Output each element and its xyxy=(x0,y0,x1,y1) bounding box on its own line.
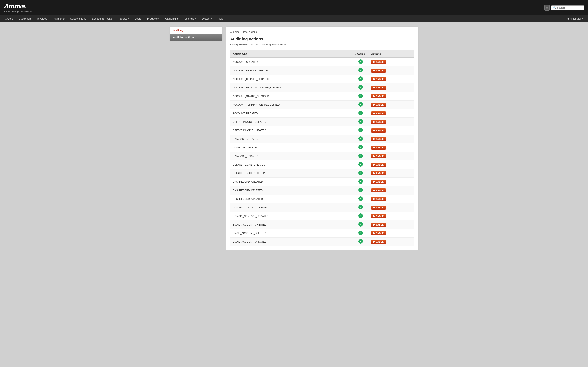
actions-cell: DISABLE xyxy=(369,178,414,186)
nav-item-customers[interactable]: Customers xyxy=(16,15,35,22)
table-row: EMAIL_ACCOUNT_CREATEDDISABLE xyxy=(230,220,414,229)
nav-item-users[interactable]: Users xyxy=(132,15,144,22)
nav-item-campaigns[interactable]: Campaigns xyxy=(162,15,182,22)
table-row: DATABASE_UPDATEDDISABLE xyxy=(230,152,414,160)
table-row: ACCOUNT_REACTIVATION_REQUESTEDDISABLE xyxy=(230,83,414,92)
enabled-check-icon xyxy=(358,171,363,175)
nav-item-scheduled-tasks[interactable]: Scheduled Tasks xyxy=(89,15,115,22)
disable-button[interactable]: DISABLE xyxy=(371,68,386,73)
actions-cell: DISABLE xyxy=(369,92,414,100)
table-row: ACCOUNT_CREATEDDISABLE xyxy=(230,58,414,66)
breadcrumb: Audit log - List of actions xyxy=(230,31,414,33)
enabled-cell xyxy=(352,152,369,160)
table-row: ACCOUNT_DETAILS_UPDATEDDISABLE xyxy=(230,75,414,83)
nav-item-invoices[interactable]: Invoices xyxy=(35,15,50,22)
actions-cell: DISABLE xyxy=(369,75,414,83)
disable-button[interactable]: DISABLE xyxy=(371,197,386,201)
enabled-check-icon xyxy=(358,222,363,226)
nav-item-orders[interactable]: Orders xyxy=(2,15,16,22)
actions-cell: DISABLE xyxy=(369,83,414,92)
menu-button[interactable]: ≡ xyxy=(544,5,550,11)
enabled-cell xyxy=(352,238,369,246)
disable-button[interactable]: DISABLE xyxy=(371,154,386,158)
sidebar: Audit log Audit log actions xyxy=(169,26,223,250)
disable-button[interactable]: DISABLE xyxy=(371,120,386,124)
table-row: DNS_RECORD_UPDATEDDISABLE xyxy=(230,195,414,203)
disable-button[interactable]: DISABLE xyxy=(371,60,386,64)
enabled-check-icon xyxy=(358,94,363,98)
nav-item-help[interactable]: Help xyxy=(215,15,226,22)
actions-cell: DISABLE xyxy=(369,169,414,178)
search-input[interactable] xyxy=(557,6,584,9)
nav-item-products[interactable]: Products ▾ xyxy=(144,15,162,22)
disable-button[interactable]: DISABLE xyxy=(371,231,386,235)
table-row: DATABASE_CREATEDDISABLE xyxy=(230,135,414,143)
action-type-cell: CREDIT_INVOICE_CREATED xyxy=(230,118,352,126)
disable-button[interactable]: DISABLE xyxy=(371,146,386,150)
nav-item-subscriptions[interactable]: Subscriptions xyxy=(67,15,89,22)
sidebar-item-audit-log[interactable]: Audit log xyxy=(170,26,222,34)
disable-button[interactable]: DISABLE xyxy=(371,206,386,210)
table-row: CREDIT_INVOICE_CREATEDDISABLE xyxy=(230,118,414,126)
disable-button[interactable]: DISABLE xyxy=(371,77,386,81)
actions-cell: DISABLE xyxy=(369,143,414,152)
disable-button[interactable]: DISABLE xyxy=(371,103,386,107)
action-type-cell: DNS_RECORD_CREATED xyxy=(230,178,352,186)
page-title: Audit log actions xyxy=(230,37,414,42)
enabled-check-icon xyxy=(358,188,363,192)
action-type-cell: ACCOUNT_REACTIVATION_REQUESTED xyxy=(230,83,352,92)
disable-button[interactable]: DISABLE xyxy=(371,180,386,184)
sidebar-item-audit-log-actions[interactable]: Audit log actions xyxy=(170,34,222,41)
action-type-cell: DEFAULT_EMAIL_DELETED xyxy=(230,169,352,178)
header: Atomia. Atomia Billing Control Panel ≡ 🔍 xyxy=(0,0,588,15)
table-row: DOMAIN_CONTACT_UPDATEDDISABLE xyxy=(230,212,414,220)
action-type-cell: DATABASE_UPDATED xyxy=(230,152,352,160)
enabled-cell xyxy=(352,178,369,186)
disable-button[interactable]: DISABLE xyxy=(371,171,386,175)
header-right: ≡ 🔍 xyxy=(544,5,584,11)
action-type-cell: ACCOUNT_UPDATED xyxy=(230,109,352,118)
nav-item-reports[interactable]: Reports ▾ xyxy=(115,15,132,22)
table-row: DEFAULT_EMAIL_CREATEDDISABLE xyxy=(230,160,414,169)
disable-button[interactable]: DISABLE xyxy=(371,94,386,98)
enabled-cell xyxy=(352,66,369,75)
reports-dropdown-arrow: ▾ xyxy=(128,17,129,20)
actions-cell: DISABLE xyxy=(369,126,414,135)
system-dropdown-arrow: ▾ xyxy=(211,17,212,20)
logo: Atomia. xyxy=(4,2,32,10)
disable-button[interactable]: DISABLE xyxy=(371,111,386,115)
enabled-cell xyxy=(352,83,369,92)
action-type-cell: DATABASE_CREATED xyxy=(230,135,352,143)
table-row: EMAIL_ACCOUNT_DELETEDDISABLE xyxy=(230,229,414,238)
action-type-cell: DOMAIN_CONTACT_UPDATED xyxy=(230,212,352,220)
actions-cell: DISABLE xyxy=(369,186,414,195)
audit-log-table: Action type Enabled Actions ACCOUNT_CREA… xyxy=(230,50,414,246)
disable-button[interactable]: DISABLE xyxy=(371,214,386,218)
enabled-check-icon xyxy=(358,111,363,115)
disable-button[interactable]: DISABLE xyxy=(371,240,386,244)
disable-button[interactable]: DISABLE xyxy=(371,223,386,227)
actions-cell: DISABLE xyxy=(369,220,414,229)
disable-button[interactable]: DISABLE xyxy=(371,163,386,167)
action-type-cell: DNS_RECORD_UPDATED xyxy=(230,195,352,203)
disable-button[interactable]: DISABLE xyxy=(371,188,386,192)
enabled-cell xyxy=(352,58,369,66)
table-row: EMAIL_ACCOUNT_UPDATEDDISABLE xyxy=(230,238,414,246)
table-row: DATABASE_DELETEDDISABLE xyxy=(230,143,414,152)
search-icon: 🔍 xyxy=(553,6,556,9)
table-row: CREDIT_INVOICE_UPDATEDDISABLE xyxy=(230,126,414,135)
nav-item-system[interactable]: System ▾ xyxy=(199,15,215,22)
enabled-check-icon xyxy=(358,102,363,107)
nav-item-settings[interactable]: Settings ▾ xyxy=(182,15,199,22)
actions-cell: DISABLE xyxy=(369,58,414,66)
nav-item-administrator[interactable]: Administrator ▾ xyxy=(563,15,586,22)
disable-button[interactable]: DISABLE xyxy=(371,86,386,90)
enabled-cell xyxy=(352,160,369,169)
actions-cell: DISABLE xyxy=(369,160,414,169)
disable-button[interactable]: DISABLE xyxy=(371,137,386,141)
nav-item-payments[interactable]: Payments xyxy=(50,15,67,22)
action-type-cell: DATABASE_DELETED xyxy=(230,143,352,152)
content-wrapper: Audit log Audit log actions Audit log - … xyxy=(165,22,423,254)
enabled-check-icon xyxy=(358,196,363,201)
disable-button[interactable]: DISABLE xyxy=(371,128,386,133)
